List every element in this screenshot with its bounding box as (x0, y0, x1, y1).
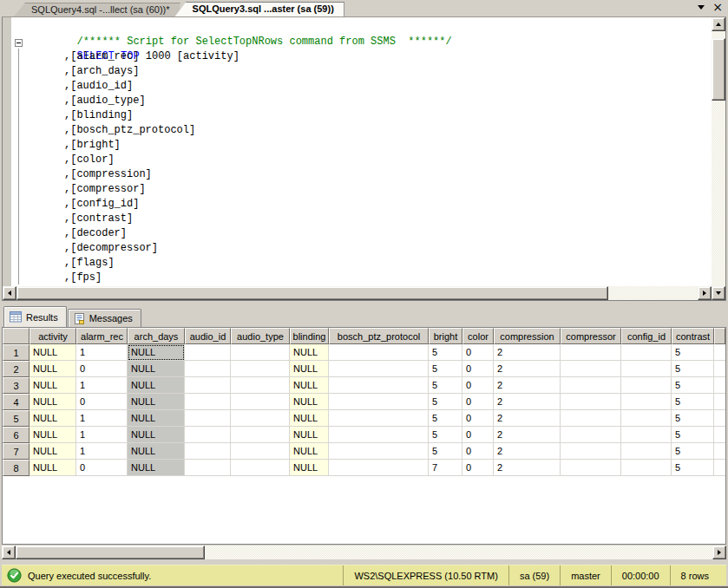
grid-cell[interactable] (561, 427, 621, 443)
grid-cell[interactable]: 0 (462, 410, 494, 427)
scroll-up-button[interactable] (712, 17, 725, 31)
grid-cell[interactable]: 2 (494, 361, 561, 377)
grid-cell[interactable]: NULL (290, 460, 329, 476)
grid-cell[interactable]: 5 (672, 344, 714, 361)
grid-cell[interactable]: NULL (30, 344, 76, 361)
tab-results[interactable]: Results (3, 306, 67, 327)
grid-column-header-config_id[interactable]: config_id (621, 328, 672, 344)
grid-cell[interactable]: NULL (128, 427, 185, 443)
editor-tab-sqlquery3[interactable]: SQLQuery3.sql ...aster (sa (59)) (175, 2, 344, 16)
grid-column-header-color[interactable]: color (462, 328, 494, 344)
grid-cell[interactable]: 5 (429, 394, 462, 410)
grid-cell[interactable]: 5 (429, 427, 462, 443)
editor-vscrollbar[interactable] (712, 17, 725, 300)
grid-cell[interactable] (621, 427, 672, 443)
grid-cell[interactable]: 2 (494, 344, 561, 361)
code-line[interactable]: ,[fps] (27, 271, 711, 285)
grid-cell[interactable] (329, 460, 429, 476)
grid-cell[interactable]: NULL (30, 443, 76, 460)
code-line[interactable]: ,[audio_id] (27, 79, 711, 94)
scroll-right-button[interactable] (698, 286, 712, 300)
code-line[interactable]: ,[compressor] (27, 182, 711, 197)
tab-list-dropdown-icon[interactable] (698, 5, 705, 10)
grid-cell[interactable]: 2 (494, 443, 561, 460)
grid-row-header[interactable]: 8 (3, 460, 30, 476)
grid-cell[interactable] (621, 361, 672, 377)
grid-cell[interactable] (329, 410, 429, 427)
grid-cell[interactable]: 0 (462, 394, 494, 410)
results-grid[interactable]: activityalarm_recarch_daysaudio_idaudio_… (2, 327, 726, 545)
grid-cell[interactable]: 0 (76, 394, 128, 410)
grid-column-header-arch_days[interactable]: arch_days (128, 328, 185, 344)
vscroll-thumb[interactable] (712, 38, 725, 101)
grid-cell[interactable] (621, 344, 672, 361)
grid-cell[interactable] (185, 427, 231, 443)
grid-cell[interactable]: NULL (30, 460, 76, 476)
scroll-left-button[interactable] (2, 546, 16, 559)
grid-cell[interactable]: 0 (76, 460, 128, 476)
grid-cell-focused[interactable]: NULL (128, 344, 185, 361)
grid-cell[interactable] (621, 394, 672, 410)
grid-cell[interactable]: NULL (128, 394, 185, 410)
grid-column-header-contrast[interactable]: contrast (672, 328, 714, 344)
grid-cell[interactable]: 0 (462, 460, 494, 476)
grid-cell[interactable]: NULL (128, 361, 185, 377)
grid-cell[interactable]: 5 (672, 361, 714, 377)
grid-cell[interactable]: NULL (290, 443, 329, 460)
grid-cell[interactable]: NULL (290, 344, 329, 361)
code-line[interactable]: ,[audio_type] (27, 94, 711, 108)
grid-cell[interactable]: NULL (290, 427, 329, 443)
grid-cell[interactable] (561, 410, 621, 427)
grid-cell[interactable]: 1 (76, 410, 128, 427)
grid-cell[interactable] (185, 361, 231, 377)
grid-column-header-compression[interactable]: compression (494, 328, 561, 344)
close-icon[interactable]: × (712, 2, 723, 13)
code-line[interactable]: ,[blinding] (27, 108, 711, 123)
grid-cell[interactable]: 5 (672, 460, 714, 476)
grid-cell[interactable] (329, 344, 429, 361)
sql-editor[interactable]: /****** Script for SelectTopNRows comman… (2, 16, 726, 301)
grid-column-header-bosch_ptz_protocol[interactable]: bosch_ptz_protocol (329, 328, 429, 344)
grid-cell[interactable]: 0 (462, 427, 494, 443)
grid-column-header-bright[interactable]: bright (429, 328, 462, 344)
hscroll-thumb[interactable] (16, 546, 205, 559)
tab-messages[interactable]: Messages (68, 309, 141, 327)
grid-cell[interactable]: 2 (494, 410, 561, 427)
grid-column-header-audio_type[interactable]: audio_type (231, 328, 290, 344)
code-line[interactable]: ,[compression] (27, 167, 711, 182)
grid-cell[interactable]: 2 (494, 460, 561, 476)
grid-row-header[interactable]: 5 (3, 410, 30, 427)
grid-cell[interactable] (185, 344, 231, 361)
grid-cell[interactable]: NULL (128, 460, 185, 476)
code-line[interactable]: ,[decompressor] (27, 241, 711, 256)
grid-cell[interactable]: 5 (429, 377, 462, 394)
scroll-down-button[interactable] (712, 286, 725, 300)
grid-cell[interactable] (329, 394, 429, 410)
grid-cell[interactable] (621, 443, 672, 460)
code-line[interactable]: ,[alarm_rec] (27, 49, 711, 64)
grid-cell[interactable] (621, 460, 672, 476)
grid-row-header[interactable]: 2 (3, 361, 30, 377)
grid-cell[interactable]: 5 (429, 344, 462, 361)
grid-cell[interactable]: 5 (672, 427, 714, 443)
grid-column-header-compressor[interactable]: compressor (561, 328, 621, 344)
grid-corner-cell[interactable] (3, 328, 30, 344)
grid-cell[interactable]: 5 (429, 443, 462, 460)
grid-cell[interactable] (561, 394, 621, 410)
grid-cell[interactable]: NULL (290, 394, 329, 410)
collapse-toggle[interactable] (15, 39, 23, 47)
grid-cell[interactable] (561, 460, 621, 476)
grid-cell[interactable]: NULL (30, 427, 76, 443)
grid-cell[interactable] (231, 460, 290, 476)
grid-cell[interactable] (329, 377, 429, 394)
grid-cell[interactable] (231, 344, 290, 361)
grid-cell[interactable]: 0 (462, 344, 494, 361)
grid-column-header-alarm_rec[interactable]: alarm_rec (76, 328, 128, 344)
grid-column-header-activity[interactable]: activity (30, 328, 76, 344)
grid-cell[interactable]: 0 (462, 377, 494, 394)
code-line[interactable]: /****** Script for SelectTopNRows comman… (27, 20, 711, 35)
grid-cell[interactable]: 1 (76, 344, 128, 361)
scroll-right-button[interactable] (712, 546, 726, 559)
grid-cell[interactable]: NULL (30, 394, 76, 410)
grid-cell[interactable]: NULL (128, 377, 185, 394)
